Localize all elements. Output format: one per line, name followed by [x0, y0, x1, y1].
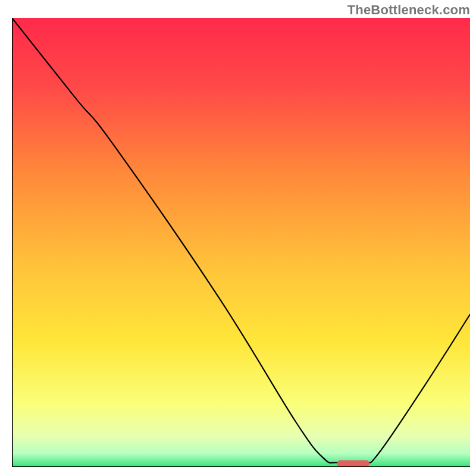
plot-area: [12, 18, 470, 467]
optimal-marker: [337, 461, 369, 467]
chart-svg: [12, 18, 470, 467]
watermark-text: TheBottleneck.com: [347, 2, 470, 18]
chart-canvas: TheBottleneck.com: [0, 0, 476, 476]
gradient-background: [12, 18, 470, 467]
